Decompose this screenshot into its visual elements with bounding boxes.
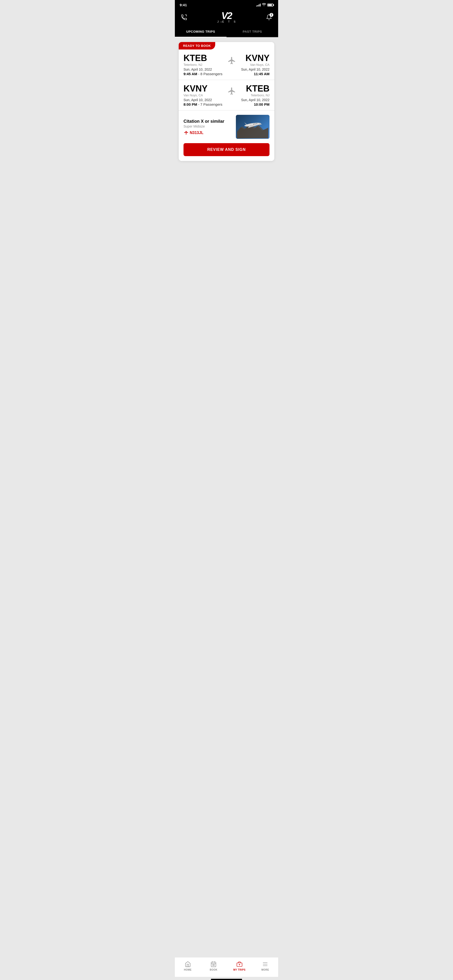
origin-location-2: Van Nuys, CA [183, 94, 223, 97]
tail-number: N313JL [190, 130, 203, 135]
origin-code-2: KVNY [183, 84, 223, 93]
flight-origin-1: KTEB Teterboro, NJ Sun, April 10, 2022 9… [183, 54, 223, 76]
review-button-container: REVIEW AND SIGN [179, 143, 274, 161]
status-icons [256, 3, 273, 7]
svg-point-6 [253, 124, 254, 125]
aircraft-image [236, 115, 270, 139]
plane-icon-1 [227, 54, 236, 65]
dest-date-2: Sun, April 10, 2022 [241, 98, 270, 102]
dest-location-2: Teterboro, NJ [241, 94, 270, 97]
nav-my-trips[interactable]: MY TRIPS [227, 960, 253, 972]
tab-past-trips[interactable]: PAST TRIPS [227, 27, 278, 37]
dest-time-1: 11:45 AM [241, 72, 270, 76]
dest-time-2: 10:00 PM [241, 102, 270, 107]
nav-more-label: MORE [261, 969, 269, 971]
svg-point-5 [256, 123, 257, 124]
aircraft-tail: N313JL [183, 130, 233, 135]
status-time: 9:41 [180, 3, 187, 7]
logo-jets: JE T S [216, 21, 237, 23]
notification-badge: 2 [270, 13, 273, 17]
flight-segment-2: KVNY Van Nuys, CA Sun, April 10, 2022 8:… [179, 80, 274, 110]
book-icon [210, 961, 217, 967]
home-indicator [211, 979, 242, 980]
ready-badge: READY TO BOOK [179, 42, 215, 49]
nav-book-label: BOOK [210, 969, 218, 971]
main-content: READY TO BOOK KTEB Teterboro, NJ Sun, Ap… [175, 37, 278, 957]
app-header: V2 JE T S 2 [175, 9, 278, 27]
dest-code-1: KVNY [241, 54, 270, 62]
phone-button[interactable] [180, 13, 188, 22]
svg-rect-7 [211, 962, 216, 967]
trips-icon [236, 961, 243, 967]
nav-my-trips-label: MY TRIPS [233, 969, 245, 971]
trip-card: READY TO BOOK KTEB Teterboro, NJ Sun, Ap… [179, 42, 274, 161]
flight-route-1: KTEB Teterboro, NJ Sun, April 10, 2022 9… [183, 54, 270, 76]
origin-date-2: Sun, April 10, 2022 [183, 98, 223, 102]
tab-navigation: UPCOMING TRIPS PAST TRIPS [175, 27, 278, 37]
aircraft-info: Citation X or similar Super Midsize N313… [183, 119, 233, 135]
dest-code-2: KTEB [241, 84, 270, 93]
tab-upcoming-trips[interactable]: UPCOMING TRIPS [175, 27, 227, 37]
tail-plane-icon [183, 131, 188, 135]
origin-time-pax-2: 8:00 PM - 7 Passengers [183, 102, 223, 107]
home-icon [184, 961, 191, 967]
aircraft-section: Citation X or similar Super Midsize N313… [179, 110, 274, 143]
status-bar: 9:41 [175, 0, 278, 9]
logo-v2: V2 [221, 11, 232, 20]
flight-destination-2: KTEB Teterboro, NJ Sun, April 10, 2022 1… [241, 84, 270, 107]
plane-icon-2 [227, 84, 236, 95]
origin-location-1: Teterboro, NJ [183, 63, 223, 67]
origin-code-1: KTEB [183, 54, 223, 62]
flight-route-2: KVNY Van Nuys, CA Sun, April 10, 2022 8:… [183, 84, 270, 107]
flight-segment-1: KTEB Teterboro, NJ Sun, April 10, 2022 9… [179, 49, 274, 80]
jet-illustration [237, 116, 268, 138]
origin-date-1: Sun, April 10, 2022 [183, 67, 223, 72]
dest-location-1: Van Nuys, CA [241, 63, 270, 67]
nav-book[interactable]: BOOK [201, 960, 227, 972]
app-logo: V2 JE T S [216, 11, 237, 23]
aircraft-class: Super Midsize [183, 124, 233, 128]
review-and-sign-button[interactable]: REVIEW AND SIGN [183, 143, 270, 156]
battery-icon [267, 3, 273, 6]
more-icon [262, 961, 269, 967]
dest-date-1: Sun, April 10, 2022 [241, 67, 270, 72]
flight-origin-2: KVNY Van Nuys, CA Sun, April 10, 2022 8:… [183, 84, 223, 107]
signal-icon [256, 3, 261, 6]
flight-destination-1: KVNY Van Nuys, CA Sun, April 10, 2022 11… [241, 54, 270, 76]
nav-home[interactable]: HOME [175, 960, 201, 972]
nav-more[interactable]: MORE [253, 960, 278, 972]
wifi-icon [262, 3, 266, 7]
origin-time-pax-1: 9:45 AM - 8 Passengers [183, 72, 223, 76]
svg-point-4 [254, 123, 256, 124]
nav-home-label: HOME [184, 969, 192, 971]
aircraft-name: Citation X or similar [183, 119, 233, 124]
bottom-nav: HOME BOOK MY TRIPS [175, 957, 278, 977]
notification-button[interactable]: 2 [265, 13, 273, 22]
